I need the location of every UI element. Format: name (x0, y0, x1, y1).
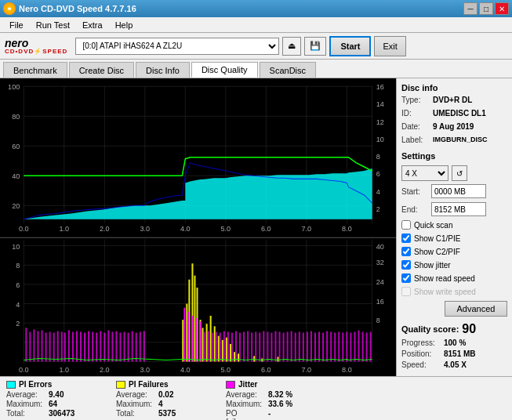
svg-rect-153 (318, 332, 320, 362)
svg-text:5.0: 5.0 (221, 366, 231, 374)
svg-rect-143 (279, 332, 281, 362)
toolbar-save-button[interactable]: 💾 (304, 37, 326, 56)
show-write-speed-checkbox[interactable] (401, 287, 411, 296)
app-icon: ● (3, 2, 16, 15)
quick-scan-checkbox[interactable] (401, 220, 411, 230)
svg-rect-117 (140, 332, 141, 362)
menu-extra[interactable]: Extra (76, 19, 109, 31)
show-c2-pif-row: Show C2/PIF (401, 247, 507, 256)
show-write-speed-row: Show write speed (401, 287, 507, 296)
tab-disc-quality[interactable]: Disc Quality (191, 62, 258, 78)
svg-rect-107 (100, 331, 101, 361)
start-input[interactable] (431, 184, 486, 198)
exit-button[interactable]: Exit (374, 36, 405, 56)
svg-text:10: 10 (376, 136, 384, 143)
quality-score-label: Quality score: (401, 324, 459, 334)
svg-text:12: 12 (376, 118, 384, 125)
show-c2-pif-checkbox[interactable] (401, 247, 411, 256)
svg-text:24: 24 (376, 278, 384, 286)
svg-text:0.0: 0.0 (19, 225, 29, 233)
svg-text:0.0: 0.0 (19, 366, 29, 374)
svg-text:3.0: 3.0 (140, 225, 151, 233)
svg-rect-151 (310, 331, 312, 361)
svg-text:4.0: 4.0 (180, 366, 191, 374)
svg-rect-131 (231, 333, 233, 362)
svg-rect-128 (220, 333, 221, 362)
tab-create-disc[interactable]: Create Disc (69, 62, 134, 78)
tab-scan-disc[interactable]: ScanDisc (260, 62, 316, 78)
jitter-avg-value: 8.32 % (268, 390, 307, 399)
svg-rect-82 (230, 344, 231, 362)
show-jitter-checkbox[interactable] (401, 260, 411, 270)
show-read-speed-label: Show read speed (414, 274, 475, 283)
show-write-speed-label: Show write speed (414, 288, 476, 296)
svg-rect-105 (92, 332, 93, 362)
svg-text:4.0: 4.0 (180, 225, 191, 233)
pi-errors-header: PI Errors (6, 380, 100, 389)
toolbar-eject-button[interactable]: ⏏ (282, 37, 301, 56)
pi-failures-max-value: 4 (158, 400, 198, 408)
drive-select[interactable]: [0:0] ATAPI iHAS624 A ZL2U (75, 38, 279, 55)
pi-errors-total-value: 306473 (49, 409, 88, 418)
pi-failures-label: PI Failures (129, 380, 169, 389)
disc-type-label: Type: (401, 95, 433, 106)
svg-rect-139 (263, 331, 264, 361)
close-button[interactable]: ✕ (495, 2, 509, 15)
pi-failures-group: PI Failures Average: 0.02 Maximum: 4 Tot… (116, 380, 210, 418)
svg-rect-68 (182, 320, 183, 361)
jitter-po-value: - (268, 409, 307, 420)
svg-rect-115 (132, 331, 133, 361)
pi-errors-total-row: Total: 306473 (6, 409, 100, 418)
svg-rect-161 (350, 333, 351, 362)
right-panel: Disc info Type: DVD+R DL ID: UMEDISC DL1… (396, 78, 512, 376)
end-input[interactable] (431, 202, 486, 216)
svg-rect-119 (183, 308, 185, 362)
tab-disc-info[interactable]: Disc Info (136, 62, 190, 78)
svg-text:10: 10 (12, 243, 20, 251)
maximize-button[interactable]: □ (479, 2, 493, 15)
svg-rect-103 (84, 333, 85, 362)
svg-text:6.0: 6.0 (261, 225, 271, 233)
svg-rect-142 (274, 331, 276, 361)
refresh-button[interactable]: ↺ (452, 165, 467, 181)
show-c1-pie-checkbox[interactable] (401, 234, 411, 243)
svg-rect-114 (128, 333, 129, 362)
pi-errors-max-row: Maximum: 64 (6, 400, 100, 408)
jitter-label: Jitter (238, 380, 257, 389)
svg-rect-138 (259, 333, 260, 362)
menu-file[interactable]: File (3, 19, 30, 31)
svg-rect-134 (243, 332, 245, 362)
svg-rect-77 (210, 316, 212, 362)
nero-logo: nero CD•DVD⚡SPEED (5, 38, 67, 55)
svg-text:80: 80 (12, 113, 20, 121)
svg-rect-132 (235, 331, 237, 361)
svg-text:6: 6 (16, 281, 20, 289)
svg-text:5.0: 5.0 (221, 225, 231, 233)
show-jitter-row: Show jitter (401, 260, 507, 270)
svg-rect-120 (187, 312, 189, 362)
svg-rect-85 (253, 356, 255, 361)
svg-rect-109 (107, 330, 109, 361)
advanced-button[interactable]: Advanced (445, 301, 507, 317)
svg-text:6.0: 6.0 (261, 366, 271, 374)
minimize-button[interactable]: ─ (463, 2, 478, 15)
jitter-avg-label: Average: (226, 390, 267, 399)
show-read-speed-checkbox[interactable] (401, 273, 411, 283)
svg-text:32: 32 (376, 259, 384, 266)
svg-rect-149 (303, 333, 304, 362)
svg-rect-92 (42, 330, 43, 361)
progress-label: Progress: (401, 339, 442, 347)
svg-rect-162 (354, 332, 355, 362)
svg-rect-102 (80, 332, 82, 362)
tab-benchmark[interactable]: Benchmark (3, 62, 67, 78)
progress-value: 100 % (444, 339, 466, 347)
stats-bar: PI Errors Average: 9.40 Maximum: 64 Tota… (0, 376, 512, 420)
menu-run-test[interactable]: Run Test (30, 19, 76, 31)
svg-rect-136 (251, 333, 252, 362)
speed-select[interactable]: 4 X (401, 165, 448, 181)
menu-help[interactable]: Help (109, 19, 140, 31)
window-controls: ─ □ ✕ (463, 2, 509, 15)
svg-rect-164 (362, 332, 364, 362)
start-button[interactable]: Start (329, 36, 371, 56)
svg-text:16: 16 (376, 83, 384, 91)
